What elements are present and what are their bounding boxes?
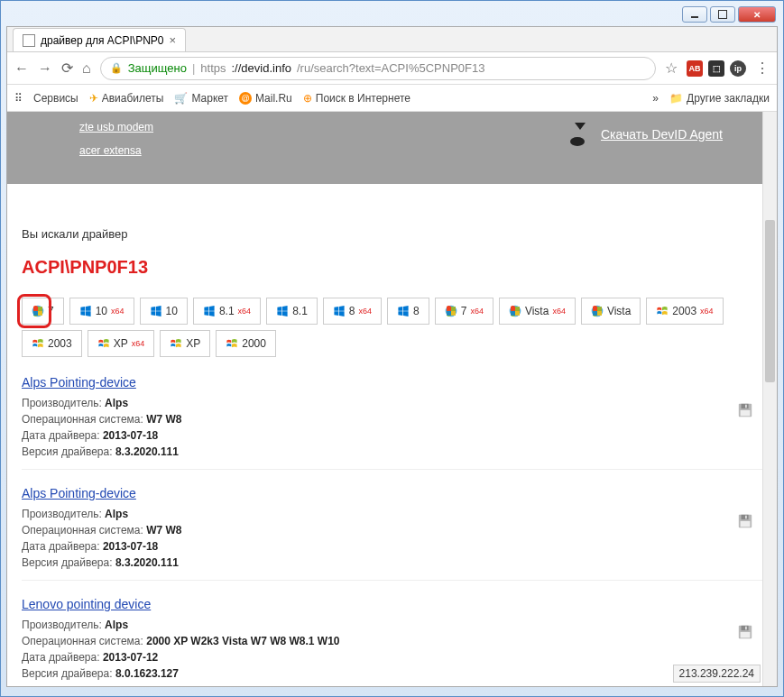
- os-label: 2003: [48, 337, 72, 350]
- url-host: ://devid.info: [231, 61, 291, 75]
- os-label: 8.1: [292, 305, 308, 317]
- x64-badge: x64: [552, 307, 566, 316]
- menu-button[interactable]: ⋮: [755, 60, 770, 77]
- windows-logo-icon: [203, 305, 216, 317]
- bookmarks-more[interactable]: »: [652, 92, 659, 105]
- os-label: 8: [413, 305, 420, 317]
- secure-label: Защищено: [128, 61, 187, 75]
- os-label: 10: [96, 305, 107, 317]
- os-tab-2000[interactable]: 2000: [216, 330, 276, 357]
- driver-manufacturer: Производитель: Alps: [22, 395, 762, 411]
- os-tab-XP[interactable]: XP: [160, 330, 210, 357]
- window-frame: ✕ драйвер для ACPI\PNP0 × ← → ⟳ ⌂ 🔒 Защи…: [0, 0, 784, 697]
- apps-button[interactable]: ⠿: [14, 92, 23, 105]
- os-tab-XP-x64[interactable]: XPx64: [88, 330, 155, 357]
- browser-viewport: драйвер для ACPI\PNP0 × ← → ⟳ ⌂ 🔒 Защище…: [6, 26, 778, 687]
- bookmark-apps[interactable]: Сервисы: [33, 92, 78, 105]
- window-maximize-button[interactable]: [710, 6, 735, 23]
- save-driver-button[interactable]: [737, 624, 753, 640]
- os-tab-2003[interactable]: 2003: [22, 330, 82, 357]
- os-label: 2003: [672, 305, 696, 317]
- windows-logo-icon: [32, 337, 44, 350]
- windows-logo-icon: [226, 337, 238, 350]
- x64-badge: x64: [470, 307, 484, 316]
- driver-title-link[interactable]: Alps Pointing-device: [22, 375, 136, 390]
- os-tab-10[interactable]: 10: [140, 298, 188, 325]
- driver-version: Версия драйвера: 8.3.2020.111: [22, 444, 762, 460]
- vertical-scrollbar[interactable]: [762, 112, 777, 686]
- driver-item: Alps Pointing-deviceПроизводитель: AlpsО…: [22, 375, 762, 470]
- window-close-button[interactable]: ✕: [738, 6, 776, 23]
- driver-title-link[interactable]: Lenovo pointing device: [22, 597, 151, 611]
- driver-date: Дата драйвера: 2013-07-12: [22, 649, 762, 665]
- scrollbar-thumb[interactable]: [765, 220, 775, 382]
- driver-version: Версия драйвера: 8.3.2020.111: [22, 555, 762, 571]
- forward-button[interactable]: →: [38, 60, 52, 77]
- save-driver-button[interactable]: [737, 513, 753, 529]
- url-scheme: https: [200, 61, 226, 75]
- bookmark-avia[interactable]: ✈Авиабилеты: [89, 92, 164, 105]
- related-link-2[interactable]: acer extensa: [79, 144, 705, 157]
- os-tab-8[interactable]: 8: [387, 298, 429, 325]
- bookmark-mail[interactable]: @Mail.Ru: [239, 92, 292, 105]
- extension-icons: AB ⬚ ip: [687, 60, 746, 77]
- driver-date: Дата драйвера: 2013-07-18: [22, 427, 762, 444]
- x64-badge: x64: [111, 307, 125, 316]
- device-id-heading: ACPI\PNP0F13: [22, 257, 762, 278]
- other-bookmarks[interactable]: 📁Другие закладки: [669, 92, 770, 105]
- tab-title: драйвер для ACPI\PNP0: [41, 34, 164, 47]
- os-tab-Vista[interactable]: Vista: [581, 298, 641, 325]
- url-divider: |: [192, 61, 195, 75]
- os-label: Vista: [525, 305, 549, 317]
- address-bar[interactable]: 🔒 Защищено | https://devid.info/ru/searc…: [100, 57, 656, 80]
- windows-logo-icon: [656, 305, 669, 317]
- tab-close-button[interactable]: ×: [170, 33, 177, 47]
- windows-logo-icon: [591, 305, 604, 317]
- windows-logo-icon: [97, 337, 110, 350]
- x64-badge: x64: [132, 339, 145, 348]
- driver-os: Операционная система: 2000 XP W2k3 Vista…: [22, 633, 762, 649]
- save-driver-button[interactable]: [737, 402, 753, 418]
- x64-badge: x64: [238, 307, 252, 316]
- windows-logo-icon: [170, 337, 182, 350]
- reload-button[interactable]: ⟳: [61, 60, 73, 77]
- driver-title-link[interactable]: Alps Pointing-device: [22, 486, 136, 500]
- bookmark-market[interactable]: 🛒Маркет: [174, 92, 228, 105]
- os-tab-10-x64[interactable]: 10x64: [69, 298, 134, 325]
- os-tab-7-x64[interactable]: 7x64: [435, 298, 493, 325]
- os-tab-2003-x64[interactable]: 2003x64: [646, 298, 723, 325]
- page-content: zte usb modem acer extensa Скачать DevID…: [7, 112, 777, 686]
- home-button[interactable]: ⌂: [82, 60, 91, 77]
- windows-logo-icon: [79, 305, 92, 317]
- windows-logo-icon: [333, 305, 346, 317]
- ip-extension-icon[interactable]: ip: [730, 60, 746, 77]
- bookmarks-bar: ⠿ Сервисы ✈Авиабилеты 🛒Маркет @Mail.Ru ⊕…: [7, 85, 777, 112]
- x64-badge: x64: [359, 307, 373, 316]
- site-header-gray: zte usb modem acer extensa Скачать DevID…: [7, 112, 777, 184]
- windows-logo-icon: [32, 305, 44, 317]
- os-label: Vista: [607, 305, 631, 317]
- os-tab-7[interactable]: 7: [22, 298, 64, 325]
- os-tab-8.1[interactable]: 8.1: [266, 298, 318, 325]
- bookmark-star-button[interactable]: ☆: [665, 60, 678, 77]
- adblock-extension-icon[interactable]: AB: [687, 60, 703, 77]
- os-tab-Vista-x64[interactable]: Vistax64: [499, 298, 576, 325]
- download-devid-agent-link[interactable]: Скачать DevID Agent: [568, 123, 723, 146]
- back-button[interactable]: ←: [14, 60, 29, 77]
- extension-icon[interactable]: ⬚: [708, 60, 724, 77]
- lock-icon: 🔒: [110, 62, 123, 74]
- windows-logo-icon: [509, 305, 521, 317]
- os-filter-tabs: 710x64108.1x648.18x6487x64Vistax64Vista2…: [22, 298, 762, 357]
- browser-tab[interactable]: драйвер для ACPI\PNP0 ×: [13, 28, 186, 51]
- window-minimize-button[interactable]: [682, 6, 707, 23]
- os-tab-8-x64[interactable]: 8x64: [323, 298, 382, 325]
- url-path: /ru/search?text=ACPI%5CPNP0F13: [297, 61, 484, 75]
- os-tab-8.1-x64[interactable]: 8.1x64: [193, 298, 261, 325]
- searched-label: Вы искали драйвер: [22, 227, 762, 241]
- driver-os: Операционная система: W7 W8: [22, 522, 762, 538]
- driver-item: Alps Pointing-deviceПроизводитель: AlpsО…: [22, 486, 762, 581]
- windows-logo-icon: [150, 305, 162, 317]
- x64-badge: x64: [700, 307, 714, 316]
- bookmark-search[interactable]: ⊕Поиск в Интернете: [303, 92, 410, 105]
- tab-strip: драйвер для ACPI\PNP0 ×: [7, 27, 777, 52]
